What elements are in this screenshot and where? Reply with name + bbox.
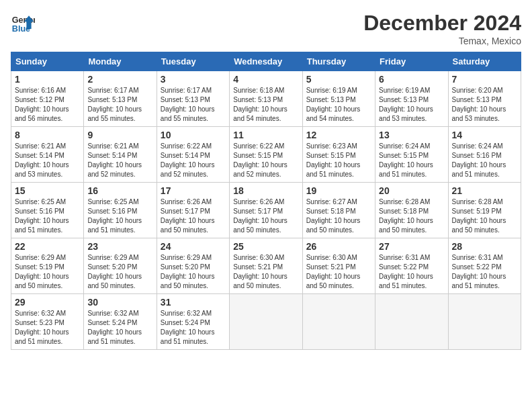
table-row: 17 Sunrise: 6:26 AM Sunset: 5:17 PM Dayl… bbox=[157, 183, 229, 238]
day-number: 18 bbox=[233, 185, 298, 196]
day-info: Sunrise: 6:29 AM Sunset: 5:20 PM Dayligh… bbox=[87, 253, 152, 291]
day-info: Sunrise: 6:28 AM Sunset: 5:18 PM Dayligh… bbox=[379, 197, 444, 235]
table-row: 6 Sunrise: 6:19 AM Sunset: 5:13 PM Dayli… bbox=[375, 71, 448, 127]
day-info: Sunrise: 6:31 AM Sunset: 5:22 PM Dayligh… bbox=[452, 253, 517, 291]
day-number: 13 bbox=[379, 130, 444, 140]
day-number: 21 bbox=[452, 185, 517, 196]
calendar-table: Sunday Monday Tuesday Wednesday Thursday… bbox=[11, 52, 521, 350]
table-row: 2 Sunrise: 6:17 AM Sunset: 5:13 PM Dayli… bbox=[84, 71, 157, 127]
header-monday: Monday bbox=[84, 52, 157, 71]
header-saturday: Saturday bbox=[448, 52, 521, 71]
day-info: Sunrise: 6:17 AM Sunset: 5:13 PM Dayligh… bbox=[161, 86, 226, 124]
header-wednesday: Wednesday bbox=[230, 52, 302, 71]
day-number: 25 bbox=[233, 241, 298, 252]
day-info: Sunrise: 6:28 AM Sunset: 5:19 PM Dayligh… bbox=[452, 197, 517, 235]
day-number: 24 bbox=[161, 241, 226, 252]
page-header: General Blue December 2024 Temax, Mexico bbox=[11, 11, 521, 46]
day-number: 3 bbox=[161, 74, 226, 85]
day-info: Sunrise: 6:18 AM Sunset: 5:13 PM Dayligh… bbox=[233, 86, 298, 124]
calendar-week-row: 15 Sunrise: 6:25 AM Sunset: 5:16 PM Dayl… bbox=[11, 183, 521, 238]
day-number: 29 bbox=[15, 297, 80, 308]
header-thursday: Thursday bbox=[302, 52, 375, 71]
day-number: 26 bbox=[306, 241, 371, 252]
day-number: 31 bbox=[161, 297, 226, 308]
day-number: 28 bbox=[452, 241, 517, 252]
day-number: 6 bbox=[379, 74, 444, 85]
table-row: 20 Sunrise: 6:28 AM Sunset: 5:18 PM Dayl… bbox=[375, 183, 448, 238]
day-info: Sunrise: 6:23 AM Sunset: 5:15 PM Dayligh… bbox=[306, 142, 371, 179]
header-sunday: Sunday bbox=[11, 52, 84, 71]
table-row: 5 Sunrise: 6:19 AM Sunset: 5:13 PM Dayli… bbox=[302, 71, 375, 127]
day-number: 9 bbox=[87, 130, 152, 140]
day-info: Sunrise: 6:19 AM Sunset: 5:13 PM Dayligh… bbox=[379, 86, 444, 124]
table-row: 21 Sunrise: 6:28 AM Sunset: 5:19 PM Dayl… bbox=[448, 183, 521, 238]
day-info: Sunrise: 6:32 AM Sunset: 5:24 PM Dayligh… bbox=[87, 309, 152, 347]
day-number: 22 bbox=[15, 241, 80, 252]
day-info: Sunrise: 6:17 AM Sunset: 5:13 PM Dayligh… bbox=[87, 86, 152, 124]
table-row: 4 Sunrise: 6:18 AM Sunset: 5:13 PM Dayli… bbox=[230, 71, 302, 127]
table-row: 14 Sunrise: 6:24 AM Sunset: 5:16 PM Dayl… bbox=[448, 127, 521, 183]
table-row: 13 Sunrise: 6:24 AM Sunset: 5:15 PM Dayl… bbox=[375, 127, 448, 183]
table-row: 7 Sunrise: 6:20 AM Sunset: 5:13 PM Dayli… bbox=[448, 71, 521, 127]
title-block: December 2024 Temax, Mexico bbox=[363, 11, 521, 46]
day-number: 14 bbox=[452, 130, 517, 140]
table-row: 18 Sunrise: 6:26 AM Sunset: 5:17 PM Dayl… bbox=[230, 183, 302, 238]
day-number: 16 bbox=[87, 185, 152, 196]
day-number: 12 bbox=[306, 130, 371, 140]
day-info: Sunrise: 6:24 AM Sunset: 5:15 PM Dayligh… bbox=[379, 142, 444, 179]
day-number: 15 bbox=[15, 185, 80, 196]
day-number: 8 bbox=[15, 130, 80, 140]
day-info: Sunrise: 6:25 AM Sunset: 5:16 PM Dayligh… bbox=[15, 197, 80, 235]
table-row bbox=[448, 294, 521, 350]
header-friday: Friday bbox=[375, 52, 448, 71]
table-row: 11 Sunrise: 6:22 AM Sunset: 5:15 PM Dayl… bbox=[230, 127, 302, 183]
table-row: 30 Sunrise: 6:32 AM Sunset: 5:24 PM Dayl… bbox=[84, 294, 157, 350]
table-row bbox=[230, 294, 302, 350]
day-number: 19 bbox=[306, 185, 371, 196]
day-number: 7 bbox=[452, 74, 517, 85]
day-number: 5 bbox=[306, 74, 371, 85]
day-info: Sunrise: 6:25 AM Sunset: 5:16 PM Dayligh… bbox=[87, 197, 152, 235]
logo-icon: General Blue bbox=[11, 11, 35, 35]
table-row: 10 Sunrise: 6:22 AM Sunset: 5:14 PM Dayl… bbox=[157, 127, 229, 183]
day-number: 17 bbox=[161, 185, 226, 196]
day-info: Sunrise: 6:26 AM Sunset: 5:17 PM Dayligh… bbox=[161, 197, 226, 235]
calendar-week-row: 1 Sunrise: 6:16 AM Sunset: 5:12 PM Dayli… bbox=[11, 71, 521, 127]
day-number: 30 bbox=[87, 297, 152, 308]
calendar-week-row: 22 Sunrise: 6:29 AM Sunset: 5:19 PM Dayl… bbox=[11, 238, 521, 294]
table-row: 12 Sunrise: 6:23 AM Sunset: 5:15 PM Dayl… bbox=[302, 127, 375, 183]
day-number: 11 bbox=[233, 130, 298, 140]
day-number: 20 bbox=[379, 185, 444, 196]
table-row bbox=[375, 294, 448, 350]
day-info: Sunrise: 6:19 AM Sunset: 5:13 PM Dayligh… bbox=[306, 86, 371, 124]
table-row: 8 Sunrise: 6:21 AM Sunset: 5:14 PM Dayli… bbox=[11, 127, 84, 183]
day-number: 2 bbox=[87, 74, 152, 85]
day-info: Sunrise: 6:32 AM Sunset: 5:24 PM Dayligh… bbox=[161, 309, 226, 347]
day-info: Sunrise: 6:24 AM Sunset: 5:16 PM Dayligh… bbox=[452, 142, 517, 179]
table-row: 1 Sunrise: 6:16 AM Sunset: 5:12 PM Dayli… bbox=[11, 71, 84, 127]
day-info: Sunrise: 6:29 AM Sunset: 5:20 PM Dayligh… bbox=[161, 253, 226, 291]
day-info: Sunrise: 6:21 AM Sunset: 5:14 PM Dayligh… bbox=[15, 142, 80, 179]
weekday-header-row: Sunday Monday Tuesday Wednesday Thursday… bbox=[11, 52, 521, 71]
day-info: Sunrise: 6:30 AM Sunset: 5:21 PM Dayligh… bbox=[233, 253, 298, 291]
table-row: 3 Sunrise: 6:17 AM Sunset: 5:13 PM Dayli… bbox=[157, 71, 229, 127]
table-row: 26 Sunrise: 6:30 AM Sunset: 5:21 PM Dayl… bbox=[302, 238, 375, 294]
day-number: 4 bbox=[233, 74, 298, 85]
day-info: Sunrise: 6:22 AM Sunset: 5:15 PM Dayligh… bbox=[233, 142, 298, 179]
day-info: Sunrise: 6:29 AM Sunset: 5:19 PM Dayligh… bbox=[15, 253, 80, 291]
header-tuesday: Tuesday bbox=[157, 52, 229, 71]
location: Temax, Mexico bbox=[363, 36, 521, 46]
table-row: 28 Sunrise: 6:31 AM Sunset: 5:22 PM Dayl… bbox=[448, 238, 521, 294]
table-row: 27 Sunrise: 6:31 AM Sunset: 5:22 PM Dayl… bbox=[375, 238, 448, 294]
table-row: 15 Sunrise: 6:25 AM Sunset: 5:16 PM Dayl… bbox=[11, 183, 84, 238]
day-number: 1 bbox=[15, 74, 80, 85]
day-info: Sunrise: 6:20 AM Sunset: 5:13 PM Dayligh… bbox=[452, 86, 517, 124]
calendar-week-row: 29 Sunrise: 6:32 AM Sunset: 5:23 PM Dayl… bbox=[11, 294, 521, 350]
day-info: Sunrise: 6:27 AM Sunset: 5:18 PM Dayligh… bbox=[306, 197, 371, 235]
month-title: December 2024 bbox=[363, 11, 521, 36]
day-info: Sunrise: 6:32 AM Sunset: 5:23 PM Dayligh… bbox=[15, 309, 80, 347]
day-number: 27 bbox=[379, 241, 444, 252]
table-row: 9 Sunrise: 6:21 AM Sunset: 5:14 PM Dayli… bbox=[84, 127, 157, 183]
table-row: 19 Sunrise: 6:27 AM Sunset: 5:18 PM Dayl… bbox=[302, 183, 375, 238]
table-row bbox=[302, 294, 375, 350]
